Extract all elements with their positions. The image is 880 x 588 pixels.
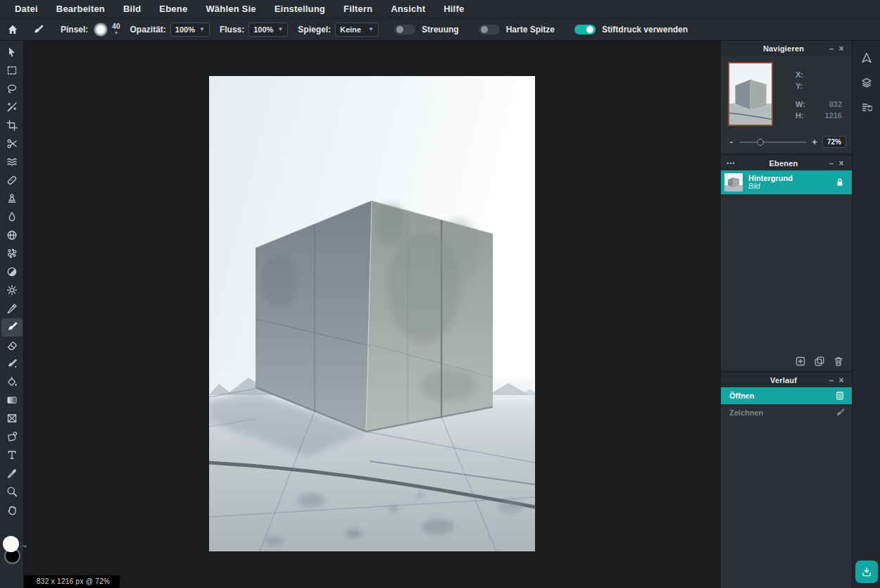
layers-header[interactable]: ••• Ebenen – × xyxy=(721,156,852,170)
add-layer-button[interactable] xyxy=(795,356,806,367)
menu-item-8[interactable]: Ansicht xyxy=(382,4,434,14)
tool-sharpen[interactable] xyxy=(1,282,23,300)
y-value xyxy=(821,82,842,90)
close-icon[interactable]: × xyxy=(836,158,846,168)
close-icon[interactable]: × xyxy=(836,44,846,54)
menu-item-2[interactable]: Bearbeiten xyxy=(47,4,114,14)
brush-icon xyxy=(32,24,44,35)
layers-stack-icon xyxy=(861,77,872,88)
close-icon[interactable]: × xyxy=(836,375,846,385)
tool-move[interactable] xyxy=(1,44,23,62)
menu-item-6[interactable]: Einstellung xyxy=(265,4,334,14)
tool-mixer-brush[interactable] xyxy=(1,355,23,373)
tool-clone-stamp[interactable] xyxy=(1,190,23,208)
eraser-icon xyxy=(6,339,18,353)
minimize-icon[interactable]: – xyxy=(826,44,836,54)
hard-tip-toggle-label: Harte Spitze xyxy=(506,25,555,35)
tool-pen[interactable] xyxy=(1,300,23,318)
scatter-toggle[interactable] xyxy=(394,25,415,35)
navigator-thumbnail[interactable] xyxy=(728,62,773,126)
flow-select[interactable]: 100% ▼ xyxy=(249,23,288,37)
zoom-slider-knob[interactable] xyxy=(757,139,764,146)
chevron-down-icon: ▼ xyxy=(199,26,205,32)
menu-item-7[interactable]: Filtern xyxy=(334,4,382,14)
hard-tip-toggle[interactable] xyxy=(479,25,500,35)
tool-magic-wand[interactable] xyxy=(1,99,23,117)
duplicate-layer-button[interactable] xyxy=(814,356,825,367)
tool-eyedropper[interactable] xyxy=(1,465,23,483)
x-value xyxy=(821,70,842,79)
tool-scatter[interactable] xyxy=(1,245,23,263)
brush-size-stepper[interactable]: 40 ▾ xyxy=(112,23,120,36)
tool-crop[interactable] xyxy=(1,117,23,135)
menu-item-5[interactable]: Wählen Sie xyxy=(196,4,265,14)
opacity-value: 100% xyxy=(175,25,195,34)
tool-cut[interactable] xyxy=(1,135,23,154)
tool-text[interactable] xyxy=(1,446,23,465)
history-item-1[interactable]: Öffnen xyxy=(721,387,852,404)
minimize-icon[interactable]: – xyxy=(826,375,836,385)
lock-icon[interactable] xyxy=(834,177,846,188)
foreground-color-swatch[interactable] xyxy=(3,536,19,552)
tool-marquee[interactable] xyxy=(1,62,23,80)
zoom-level-input[interactable] xyxy=(822,136,846,148)
tool-hand[interactable] xyxy=(1,501,23,520)
canvas-area[interactable]: 832 x 1216 px @ 72% xyxy=(24,41,721,588)
text-icon xyxy=(6,449,18,463)
tool-liquify[interactable] xyxy=(1,154,23,172)
letter-a-panel-button[interactable] xyxy=(857,48,876,68)
navigator-header[interactable]: Navigieren – × xyxy=(721,41,852,56)
tool-fill[interactable] xyxy=(1,373,23,392)
history-header[interactable]: Verlauf – × xyxy=(721,373,852,387)
navigator-panel: Navigieren – × X: Y: xyxy=(721,41,852,154)
tool-pattern[interactable] xyxy=(1,410,23,428)
tool-brush[interactable] xyxy=(1,318,23,337)
history-panel-button[interactable] xyxy=(857,97,876,117)
tool-eraser[interactable] xyxy=(1,337,23,355)
tool-zoom[interactable] xyxy=(1,483,23,501)
panel-menu-icon[interactable]: ••• xyxy=(727,160,741,167)
home-button[interactable] xyxy=(2,20,23,39)
flow-value: 100% xyxy=(253,25,273,34)
layer-row-hintergrund[interactable]: Hintergrund Bild xyxy=(721,170,852,194)
layer-thumbnail xyxy=(724,173,743,192)
minimize-icon[interactable]: – xyxy=(826,158,836,168)
tool-shape[interactable] xyxy=(1,428,23,446)
droplet-icon xyxy=(6,211,18,225)
document-icon xyxy=(835,391,845,401)
brush-size-value: 40 xyxy=(112,23,120,30)
pen-pressure-toggle[interactable] xyxy=(574,25,596,35)
menu-item-9[interactable]: Hilfe xyxy=(434,4,473,14)
tool-blur[interactable] xyxy=(1,208,23,227)
tool-heal[interactable] xyxy=(1,172,23,190)
brush-icon xyxy=(6,321,18,334)
brush-tip-preview[interactable] xyxy=(94,23,108,37)
paint-bucket-icon xyxy=(6,376,18,389)
menu-item-3[interactable]: Bild xyxy=(114,4,150,14)
opacity-select[interactable]: 100% ▼ xyxy=(170,23,210,37)
history-list-icon xyxy=(861,101,872,113)
zoom-out-button[interactable]: - xyxy=(728,137,735,147)
menu-item-4[interactable]: Ebene xyxy=(150,4,196,14)
width-value: 832 xyxy=(821,100,842,108)
active-tool-brush-button[interactable] xyxy=(27,20,49,39)
layers-panel-button[interactable] xyxy=(857,73,876,92)
swap-colors-icon[interactable] xyxy=(20,544,28,553)
tool-gradient[interactable] xyxy=(1,392,23,410)
tool-lasso[interactable] xyxy=(1,80,23,99)
tool-sphere[interactable] xyxy=(1,227,23,245)
menu-item-1[interactable]: Datei xyxy=(6,4,47,14)
canvas-image xyxy=(209,76,535,551)
eyedropper-icon xyxy=(6,468,18,481)
color-swatches xyxy=(2,536,23,570)
zoom-in-button[interactable]: + xyxy=(811,137,818,147)
layers-title: Ebenen xyxy=(741,159,826,168)
tool-dodge-burn[interactable] xyxy=(1,263,23,282)
mirror-select[interactable]: Keine ▼ xyxy=(335,23,379,37)
delete-layer-button[interactable] xyxy=(833,356,844,367)
history-item-2[interactable]: Zeichnen xyxy=(721,404,852,421)
download-button[interactable] xyxy=(855,561,878,583)
pen-pressure-toggle-label: Stiftdruck verwenden xyxy=(602,25,688,35)
zoom-slider[interactable] xyxy=(739,139,807,146)
crop-icon xyxy=(6,120,18,133)
